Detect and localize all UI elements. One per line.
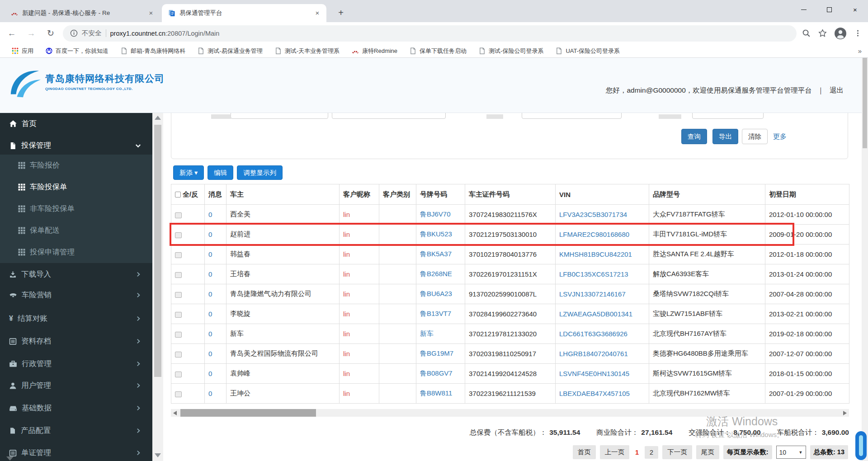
tab-close-icon[interactable]: × xyxy=(313,9,322,18)
horizontal-scrollbar[interactable] xyxy=(171,409,849,417)
sidebar-scrollbar[interactable] xyxy=(152,113,163,461)
back-icon[interactable]: ← xyxy=(4,26,19,41)
plate-link[interactable]: 鲁BG19M7 xyxy=(420,349,453,357)
sidebar-subitem[interactable]: 投保申请管理 xyxy=(0,241,152,263)
query-input[interactable] xyxy=(231,113,328,119)
new-tab-button[interactable]: + xyxy=(335,7,347,19)
bookmark-item[interactable]: 测试-天丰业务管理系 xyxy=(275,47,340,55)
plate-link[interactable]: 鲁BU6A23 xyxy=(420,290,452,297)
message-link[interactable]: 0 xyxy=(208,390,212,397)
page-button[interactable]: 2 xyxy=(645,446,658,459)
plate-link[interactable]: 鲁B268NE xyxy=(420,270,452,278)
sidebar-item[interactable]: 投保管理 xyxy=(0,136,152,155)
sidebar-item[interactable]: 车险营销 xyxy=(0,285,152,305)
sidebar-item[interactable]: ¥结算对账 xyxy=(0,309,152,329)
plate-link[interactable]: 鲁BJ6V70 xyxy=(420,210,451,218)
address-bar[interactable]: 不安全 proxy1.countnet.cn:20807/Login/Main xyxy=(63,25,797,42)
horizontal-scrollbar-thumb[interactable] xyxy=(180,409,316,417)
vin-link[interactable]: LSVJN133072146167 xyxy=(559,290,626,298)
sidebar-item[interactable]: 行政管理 xyxy=(0,354,152,374)
scroll-left-icon[interactable] xyxy=(173,411,177,415)
vin-link[interactable]: LFV3A23C5B3071734 xyxy=(559,211,627,218)
row-checkbox[interactable] xyxy=(175,332,182,338)
sidebar-item[interactable]: 产品配置 xyxy=(0,421,152,441)
plate-link[interactable]: 鲁BKU523 xyxy=(420,230,452,238)
message-link[interactable]: 0 xyxy=(208,350,212,358)
plate-link[interactable]: 鲁B13VT7 xyxy=(420,310,451,317)
message-link[interactable]: 0 xyxy=(208,230,212,238)
restore-button[interactable] xyxy=(816,0,842,19)
close-button[interactable]: × xyxy=(842,0,868,19)
vin-link[interactable]: LFB0C135XC6S17213 xyxy=(559,270,628,278)
bookmark-item[interactable]: 康特Redmine xyxy=(352,47,397,55)
query-input[interactable] xyxy=(692,113,764,119)
message-link[interactable]: 0 xyxy=(208,290,212,298)
vin-link[interactable]: KMHSH81B9CU842201 xyxy=(559,250,632,258)
sidebar-item[interactable]: 单证管理 xyxy=(0,443,152,461)
tab-close-icon[interactable]: × xyxy=(146,9,156,18)
vin-link[interactable]: LFMARE2C980168680 xyxy=(559,230,629,238)
message-link[interactable]: 0 xyxy=(208,211,212,218)
row-checkbox[interactable] xyxy=(175,232,182,238)
reload-icon[interactable]: ↻ xyxy=(43,26,58,41)
bookmark-item[interactable]: 百度一下，你就知道 xyxy=(46,47,108,55)
message-link[interactable]: 0 xyxy=(208,330,212,338)
bookmarks-overflow-icon[interactable]: » xyxy=(858,47,862,55)
sidebar-scrollbar-thumb[interactable] xyxy=(154,125,161,377)
logout-link[interactable]: 退出 xyxy=(830,86,844,95)
query-input[interactable] xyxy=(522,113,622,119)
first-page-button[interactable]: 首页 xyxy=(573,445,596,459)
row-checkbox[interactable] xyxy=(175,272,182,278)
bookmark-item[interactable]: 测试-易保通业务管理 xyxy=(198,47,262,55)
bookmark-item[interactable]: 邮箱-青岛康特网络科 xyxy=(121,47,185,55)
next-page-button[interactable]: 下一页 xyxy=(662,445,692,459)
scroll-down-icon[interactable] xyxy=(155,453,161,457)
sidebar-subitem[interactable]: 非车险投保单 xyxy=(0,198,152,220)
adjust-columns-button[interactable]: 调整显示列 xyxy=(237,165,283,180)
prev-page-button[interactable]: 上一页 xyxy=(600,445,630,459)
row-checkbox[interactable] xyxy=(175,312,182,318)
plate-link[interactable]: 鲁BK5A37 xyxy=(420,250,452,258)
vin-link[interactable]: LDC661T63G3686926 xyxy=(559,330,627,338)
scroll-up-icon[interactable] xyxy=(155,116,161,120)
export-button[interactable]: 导出 xyxy=(712,129,738,144)
forward-icon[interactable]: → xyxy=(24,26,39,41)
sidebar-item[interactable]: 用户管理 xyxy=(0,376,152,395)
avatar-icon[interactable] xyxy=(835,28,846,39)
row-checkbox[interactable] xyxy=(175,372,182,377)
sidebar-item[interactable]: 首页 xyxy=(0,114,152,134)
bookmark-item[interactable]: 保单下载任务启动 xyxy=(410,47,467,55)
query-button[interactable]: 查询 xyxy=(681,129,707,144)
sidebar-subitem[interactable]: 车险报价 xyxy=(0,155,152,176)
add-button[interactable]: 新添 ▾ xyxy=(173,165,204,180)
query-input[interactable] xyxy=(332,113,446,119)
message-link[interactable]: 0 xyxy=(208,270,212,278)
scroll-right-icon[interactable] xyxy=(843,411,847,415)
vin-link[interactable]: LBEXDAEB47X457105 xyxy=(559,390,630,397)
row-checkbox[interactable] xyxy=(175,212,182,218)
plate-link[interactable]: 新车 xyxy=(420,329,434,337)
page-scrollbar[interactable] xyxy=(862,58,868,461)
message-link[interactable]: 0 xyxy=(208,310,212,318)
browser-tab-redmine[interactable]: 新建问题 - 易保通-核心服务 - Re × xyxy=(5,4,160,22)
page-scrollbar-thumb[interactable] xyxy=(863,58,867,148)
row-checkbox[interactable] xyxy=(175,292,182,298)
star-icon[interactable] xyxy=(818,29,827,38)
browser-tab-active[interactable]: 易保通管理平台 × xyxy=(162,4,326,22)
row-checkbox[interactable] xyxy=(175,252,182,258)
bookmark-item[interactable]: 应用 xyxy=(12,47,33,55)
row-checkbox[interactable] xyxy=(175,352,182,358)
message-link[interactable]: 0 xyxy=(208,250,212,258)
sidebar-item[interactable]: 基础数据 xyxy=(0,398,152,418)
bookmark-item[interactable]: UAT-保险公司登录系 xyxy=(556,47,620,55)
sidebar-subitem[interactable]: 车险投保单 xyxy=(0,176,152,198)
current-page[interactable]: 1 xyxy=(633,446,641,459)
plate-link[interactable]: 鲁B8W811 xyxy=(420,389,452,397)
vin-link[interactable]: LZWAEAGA5DB001341 xyxy=(559,310,632,318)
sidebar-item[interactable]: 资料存档 xyxy=(0,331,152,351)
more-link[interactable]: 更多 xyxy=(773,132,787,141)
clear-button[interactable]: 清除 xyxy=(742,129,768,144)
sidebar-subitem[interactable]: 保单配送 xyxy=(0,220,152,241)
minimize-button[interactable] xyxy=(791,0,816,19)
edit-button[interactable]: 编辑 xyxy=(208,165,233,180)
